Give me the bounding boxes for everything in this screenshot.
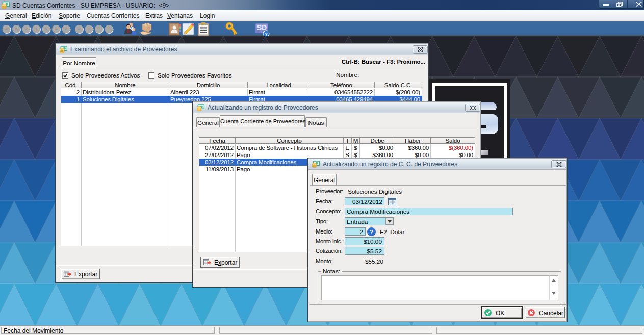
svg-text:SD: SD [257, 23, 267, 32]
svg-text:?: ? [370, 229, 373, 235]
svg-text:?: ? [265, 32, 268, 36]
